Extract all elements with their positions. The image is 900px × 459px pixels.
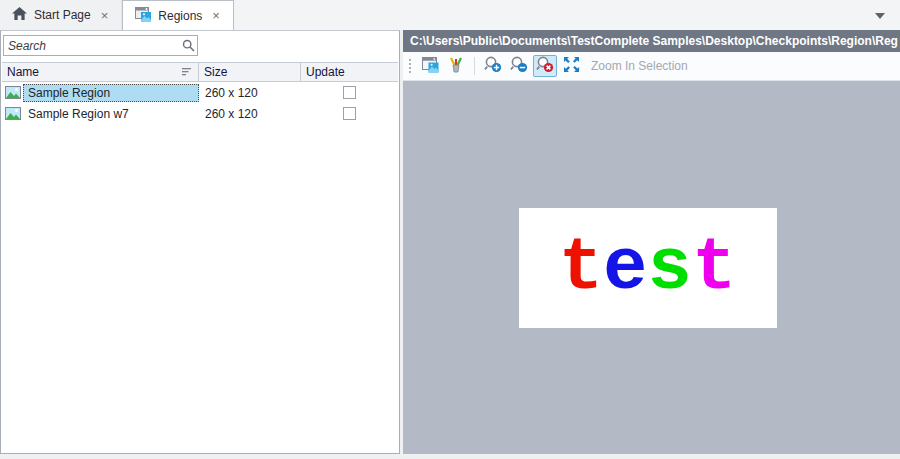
paint-brushes-icon: [448, 57, 464, 76]
region-preview-panel: C:\Users\Public\Documents\TestComplete S…: [403, 30, 900, 454]
zoom-in-icon: [484, 56, 502, 76]
regions-list-panel: Name Size Update: [0, 30, 400, 454]
size-cell: 260 x 120: [199, 107, 301, 121]
toolbar-separator: [474, 57, 475, 75]
view-image-button[interactable]: [418, 55, 442, 77]
region-name: Sample Region w7: [23, 105, 134, 123]
tab-regions-label: Regions: [158, 9, 202, 23]
expand-arrows-icon: [563, 56, 580, 76]
name-cell: Sample Region: [2, 82, 199, 103]
column-header-size[interactable]: Size: [199, 63, 301, 81]
zoom-reset-icon: [536, 56, 554, 76]
chevron-down-icon[interactable]: [874, 9, 886, 23]
update-checkbox[interactable]: [343, 86, 356, 99]
table-row-sample-region-w7[interactable]: Sample Region w7 260 x 120: [2, 103, 398, 124]
name-cell: Sample Region w7: [2, 103, 199, 124]
tab-regions[interactable]: Regions ×: [122, 0, 234, 30]
region-preview-image: t e s t: [519, 208, 777, 328]
table-row-sample-region[interactable]: Sample Region 260 x 120: [2, 82, 398, 103]
zoom-reset-button[interactable]: [533, 55, 557, 77]
tab-start-page-label: Start Page: [34, 8, 91, 22]
region-name: Sample Region: [23, 84, 199, 102]
preview-toolbar: Zoom In Selection: [403, 52, 900, 81]
close-icon[interactable]: ×: [98, 8, 112, 23]
search-input[interactable]: [4, 37, 179, 54]
preview-letter: s: [648, 231, 692, 305]
file-path-header: C:\Users\Public\Documents\TestComplete S…: [403, 30, 900, 52]
region-image-icon: [135, 7, 151, 25]
testcomplete-region-checkpoint-window: Start Page × Regions ×: [0, 0, 900, 459]
update-cell: [301, 86, 398, 99]
update-checkbox[interactable]: [343, 107, 356, 120]
home-icon: [12, 7, 27, 24]
region-image-icon: [422, 57, 439, 76]
preview-letter: e: [603, 231, 647, 305]
zoom-fit-button[interactable]: [559, 55, 583, 77]
image-canvas[interactable]: t e s t: [403, 81, 900, 454]
sort-icon: [182, 65, 193, 79]
preview-letter: t: [559, 231, 603, 305]
column-header-update[interactable]: Update: [301, 63, 398, 81]
column-header-name[interactable]: Name: [2, 63, 199, 81]
search-icon[interactable]: [179, 39, 197, 52]
tab-start-page[interactable]: Start Page ×: [0, 0, 122, 30]
regions-table: Name Size Update: [2, 62, 398, 124]
zoom-mode-label: Zoom In Selection: [591, 59, 688, 73]
size-cell: 260 x 120: [199, 86, 301, 100]
edit-image-button[interactable]: [444, 55, 468, 77]
close-icon[interactable]: ×: [209, 8, 223, 23]
zoom-out-icon: [510, 56, 528, 76]
tab-bar: Start Page × Regions ×: [0, 0, 900, 30]
search-box: [3, 35, 198, 56]
zoom-out-button[interactable]: [507, 55, 531, 77]
image-thumbnail-icon: [5, 86, 21, 99]
preview-letter: t: [692, 231, 736, 305]
image-thumbnail-icon: [5, 107, 21, 120]
update-cell: [301, 107, 398, 120]
table-header-row: Name Size Update: [2, 62, 398, 82]
toolbar-grip-handle[interactable]: [408, 58, 412, 74]
zoom-in-button[interactable]: [481, 55, 505, 77]
